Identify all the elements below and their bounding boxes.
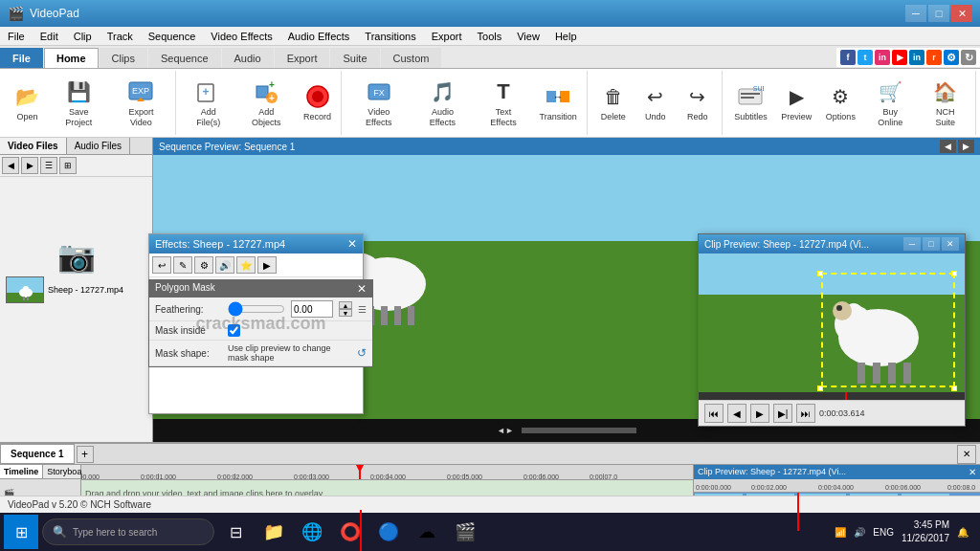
cp-forward-btn[interactable]: ▶|: [773, 404, 792, 423]
menu-sequence[interactable]: Sequence: [141, 29, 204, 44]
cp-rewind-btn[interactable]: ⏮: [704, 404, 724, 423]
taskbar-notification-icon[interactable]: 🔔: [957, 527, 969, 538]
settings-icon[interactable]: ⚙: [944, 50, 959, 65]
polygon-close-button[interactable]: ✕: [357, 282, 367, 296]
open-button[interactable]: 📂 Open: [8, 73, 47, 134]
tab-sequence[interactable]: Sequence: [148, 48, 221, 68]
close-button[interactable]: ✕: [951, 5, 972, 22]
tab-clips[interactable]: Clips: [100, 48, 147, 68]
taskbar-onedrive[interactable]: ☁: [410, 515, 444, 549]
add-objects-button[interactable]: + + Add Objects: [237, 73, 296, 134]
menu-file[interactable]: File: [0, 29, 33, 44]
video-effects-button[interactable]: FX Video Effects: [347, 73, 410, 134]
tab-export[interactable]: Export: [275, 48, 330, 68]
reddit-icon[interactable]: r: [926, 50, 942, 65]
subtitles-button[interactable]: SUB Subtitles: [728, 73, 773, 134]
search-bar[interactable]: 🔍 Type here to search: [42, 518, 214, 545]
record-button[interactable]: Record: [298, 73, 338, 134]
effects-close-button[interactable]: ✕: [347, 237, 357, 251]
effects-tool-4[interactable]: ⭐: [236, 256, 256, 274]
feathering-up[interactable]: ▲: [339, 301, 352, 309]
audio-files-tab[interactable]: Audio Files: [67, 138, 130, 154]
clip-preview-maximize[interactable]: □: [923, 237, 940, 251]
taskbar-task-view[interactable]: ⊟: [218, 515, 253, 549]
taskbar-chrome[interactable]: 🔵: [371, 515, 406, 549]
add-files-button[interactable]: + Add File(s): [182, 73, 235, 134]
refresh-icon[interactable]: ↻: [961, 50, 976, 65]
bin-tool-2[interactable]: ▶: [21, 157, 38, 174]
transition-button[interactable]: ↔ Transition: [533, 73, 583, 134]
bin-tool-1[interactable]: ◀: [2, 157, 19, 174]
handle-tl[interactable]: [817, 271, 823, 276]
delete-button[interactable]: 🗑 Delete: [593, 73, 634, 134]
feathering-input[interactable]: [291, 300, 333, 318]
tab-file[interactable]: File: [0, 48, 43, 68]
cp-play-btn[interactable]: ▶: [750, 404, 769, 423]
clip-preview-minimize[interactable]: ─: [903, 237, 921, 251]
handle-tr[interactable]: [951, 271, 957, 276]
cp-mini-close-btn[interactable]: ✕: [969, 467, 976, 477]
menu-tools[interactable]: Tools: [470, 29, 510, 44]
menu-clip[interactable]: Clip: [66, 29, 100, 44]
file-item-sheep[interactable]: Sheep - 12727.mp4: [4, 275, 148, 305]
feathering-slider[interactable]: [228, 302, 285, 316]
twitter-icon[interactable]: t: [858, 50, 873, 65]
effects-tool-1[interactable]: ✎: [173, 256, 192, 274]
instagram-icon[interactable]: in: [875, 50, 890, 65]
menu-edit[interactable]: Edit: [33, 29, 66, 44]
sequence-1-tab[interactable]: Sequence 1: [0, 444, 75, 464]
add-sequence-button[interactable]: +: [77, 446, 94, 463]
seq-next-btn[interactable]: ▶: [958, 140, 974, 153]
mask-inside-checkbox[interactable]: [228, 324, 240, 337]
start-button[interactable]: ⊞: [4, 515, 38, 549]
seq-prev-btn[interactable]: ◀: [940, 140, 956, 153]
taskbar-store[interactable]: ⭕: [333, 515, 368, 549]
bin-list-view[interactable]: ☰: [40, 157, 57, 174]
tab-audio[interactable]: Audio: [222, 48, 274, 68]
handle-bl[interactable]: [817, 386, 823, 391]
preview-button[interactable]: ▶ Preview: [775, 73, 818, 134]
video-files-tab[interactable]: Video Files: [0, 138, 67, 154]
cp-end-btn[interactable]: ⏭: [796, 404, 815, 423]
cp-back-btn[interactable]: ◀: [727, 404, 746, 423]
save-project-button[interactable]: 💾 Save Project: [49, 73, 109, 134]
menu-view[interactable]: View: [509, 29, 547, 44]
redo-button[interactable]: ↪ Redo: [678, 73, 718, 134]
tab-suite[interactable]: Suite: [330, 48, 379, 68]
text-effects-button[interactable]: T Text Effects: [476, 73, 531, 134]
minimize-button[interactable]: ─: [905, 5, 926, 22]
mask-shape-refresh-icon[interactable]: ↺: [357, 346, 367, 360]
timeline-mode-tab[interactable]: Timeline: [0, 465, 43, 478]
options-button[interactable]: ⚙ Options: [820, 73, 862, 134]
bin-grid-view[interactable]: ⊞: [59, 157, 77, 174]
menu-video-effects[interactable]: Video Effects: [203, 29, 279, 44]
handle-br[interactable]: [951, 386, 957, 391]
effects-tool-2[interactable]: ⚙: [194, 256, 213, 274]
facebook-icon[interactable]: f: [840, 50, 856, 65]
effects-tool-3[interactable]: 🔊: [215, 256, 234, 274]
taskbar-file-explorer[interactable]: 📁: [256, 515, 291, 549]
menu-export[interactable]: Export: [424, 29, 470, 44]
buy-online-button[interactable]: 🛒 Buy Online: [863, 73, 917, 134]
menu-transitions[interactable]: Transitions: [357, 29, 423, 44]
audio-effects-button[interactable]: 🎵 Audio Effects: [412, 73, 474, 134]
effects-back-btn[interactable]: ↩: [152, 256, 171, 274]
maximize-button[interactable]: □: [928, 5, 949, 22]
undo-button[interactable]: ↩ Undo: [635, 73, 676, 134]
seq-close-btn[interactable]: ✕: [957, 445, 976, 464]
youtube-icon[interactable]: ▶: [892, 50, 907, 65]
clip-preview-close[interactable]: ✕: [942, 237, 959, 251]
effects-arrow-right[interactable]: ▶: [257, 256, 277, 274]
tab-custom[interactable]: Custom: [381, 48, 442, 68]
linkedin-icon[interactable]: in: [909, 50, 924, 65]
menu-help[interactable]: Help: [547, 29, 585, 44]
nch-suite-button[interactable]: 🏠 NCH Suite: [919, 73, 971, 134]
menu-audio-effects[interactable]: Audio Effects: [280, 29, 358, 44]
taskbar-videopad[interactable]: 🎬: [448, 515, 482, 549]
feathering-down[interactable]: ▼: [339, 309, 352, 317]
menu-track[interactable]: Track: [100, 29, 141, 44]
feathering-options-icon[interactable]: ☰: [358, 304, 367, 315]
export-video-button[interactable]: EXP Export Video: [111, 73, 171, 134]
taskbar-edge[interactable]: 🌐: [295, 515, 329, 549]
tab-home[interactable]: Home: [44, 48, 99, 68]
